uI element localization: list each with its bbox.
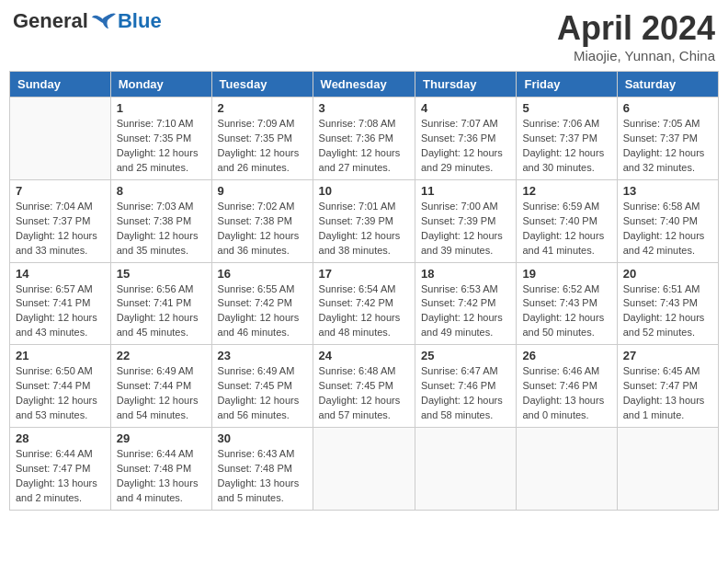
calendar-cell: 14Sunrise: 6:57 AMSunset: 7:41 PMDayligh… (10, 262, 111, 345)
day-number: 17 (319, 267, 409, 281)
logo-general-text: General (13, 9, 88, 33)
day-number: 26 (522, 349, 610, 362)
weekday-header-monday: Monday (110, 72, 211, 98)
day-number: 29 (117, 431, 206, 445)
day-number: 13 (623, 184, 712, 198)
day-number: 7 (16, 184, 105, 198)
day-info: Sunrise: 6:57 AMSunset: 7:41 PMDaylight:… (16, 282, 105, 341)
day-number: 1 (117, 101, 206, 115)
day-info: Sunrise: 6:43 AMSunset: 7:48 PMDaylight:… (218, 447, 307, 506)
subtitle: Miaojie, Yunnan, China (557, 48, 715, 63)
day-number: 10 (319, 184, 409, 198)
day-info: Sunrise: 6:52 AMSunset: 7:43 PMDaylight:… (522, 282, 610, 341)
calendar-cell: 16Sunrise: 6:55 AMSunset: 7:42 PMDayligh… (211, 262, 313, 345)
weekday-header-saturday: Saturday (617, 72, 718, 98)
weekday-header-thursday: Thursday (415, 72, 517, 98)
calendar-table: SundayMondayTuesdayWednesdayThursdayFrid… (9, 71, 719, 511)
day-info: Sunrise: 7:08 AMSunset: 7:36 PMDaylight:… (319, 117, 409, 176)
day-number: 2 (218, 101, 307, 115)
calendar-cell (617, 428, 718, 511)
day-info: Sunrise: 7:04 AMSunset: 7:37 PMDaylight:… (16, 200, 105, 259)
day-number: 20 (623, 267, 712, 281)
calendar-cell: 15Sunrise: 6:56 AMSunset: 7:41 PMDayligh… (110, 262, 211, 345)
calendar-cell: 25Sunrise: 6:47 AMSunset: 7:46 PMDayligh… (415, 345, 517, 428)
day-number: 23 (218, 349, 307, 362)
calendar-cell: 13Sunrise: 6:58 AMSunset: 7:40 PMDayligh… (617, 179, 718, 262)
day-number: 8 (117, 184, 206, 198)
day-number: 6 (623, 101, 712, 115)
day-number: 25 (421, 349, 510, 362)
day-number: 3 (319, 101, 409, 115)
calendar-cell: 8Sunrise: 7:03 AMSunset: 7:38 PMDaylight… (110, 179, 211, 262)
logo-blue-text: Blue (118, 9, 162, 33)
calendar-cell: 29Sunrise: 6:44 AMSunset: 7:48 PMDayligh… (110, 428, 211, 511)
calendar-cell: 7Sunrise: 7:04 AMSunset: 7:37 PMDaylight… (10, 179, 111, 262)
calendar-cell: 24Sunrise: 6:48 AMSunset: 7:45 PMDayligh… (313, 345, 415, 428)
day-number: 28 (16, 431, 105, 445)
calendar-cell: 4Sunrise: 7:07 AMSunset: 7:36 PMDaylight… (415, 98, 517, 180)
day-number: 15 (117, 267, 206, 281)
page-header: General Blue April 2024 Miaojie, Yunnan,… (9, 9, 719, 63)
day-info: Sunrise: 6:47 AMSunset: 7:46 PMDaylight:… (421, 364, 510, 423)
calendar-cell (415, 428, 517, 511)
calendar-week-row: 28Sunrise: 6:44 AMSunset: 7:47 PMDayligh… (10, 428, 719, 511)
day-info: Sunrise: 7:10 AMSunset: 7:35 PMDaylight:… (117, 117, 206, 176)
day-info: Sunrise: 7:03 AMSunset: 7:38 PMDaylight:… (117, 200, 206, 259)
day-number: 18 (421, 267, 510, 281)
calendar-week-row: 14Sunrise: 6:57 AMSunset: 7:41 PMDayligh… (10, 262, 719, 345)
calendar-cell: 17Sunrise: 6:54 AMSunset: 7:42 PMDayligh… (313, 262, 415, 345)
day-info: Sunrise: 7:01 AMSunset: 7:39 PMDaylight:… (319, 200, 409, 259)
calendar-week-row: 1Sunrise: 7:10 AMSunset: 7:35 PMDaylight… (10, 98, 719, 180)
calendar-cell: 9Sunrise: 7:02 AMSunset: 7:38 PMDaylight… (211, 179, 313, 262)
weekday-header-tuesday: Tuesday (211, 72, 313, 98)
calendar-cell: 10Sunrise: 7:01 AMSunset: 7:39 PMDayligh… (313, 179, 415, 262)
day-number: 21 (16, 349, 105, 362)
calendar-cell: 20Sunrise: 6:51 AMSunset: 7:43 PMDayligh… (617, 262, 718, 345)
day-number: 16 (218, 267, 307, 281)
day-info: Sunrise: 6:44 AMSunset: 7:48 PMDaylight:… (117, 447, 206, 506)
day-number: 27 (623, 349, 712, 362)
calendar-cell: 28Sunrise: 6:44 AMSunset: 7:47 PMDayligh… (10, 428, 111, 511)
calendar-cell: 30Sunrise: 6:43 AMSunset: 7:48 PMDayligh… (211, 428, 313, 511)
calendar-cell: 21Sunrise: 6:50 AMSunset: 7:44 PMDayligh… (10, 345, 111, 428)
calendar-cell (10, 98, 111, 180)
calendar-cell: 11Sunrise: 7:00 AMSunset: 7:39 PMDayligh… (415, 179, 517, 262)
day-number: 9 (218, 184, 307, 198)
calendar-cell (517, 428, 617, 511)
calendar-week-row: 21Sunrise: 6:50 AMSunset: 7:44 PMDayligh… (10, 345, 719, 428)
title-block: April 2024 Miaojie, Yunnan, China (557, 9, 715, 63)
day-info: Sunrise: 6:58 AMSunset: 7:40 PMDaylight:… (623, 200, 712, 259)
logo-bird-icon (90, 10, 118, 32)
day-number: 19 (522, 267, 610, 281)
calendar-cell: 27Sunrise: 6:45 AMSunset: 7:47 PMDayligh… (617, 345, 718, 428)
day-number: 24 (319, 349, 409, 362)
calendar-cell: 12Sunrise: 6:59 AMSunset: 7:40 PMDayligh… (517, 179, 617, 262)
day-number: 12 (522, 184, 610, 198)
day-info: Sunrise: 7:07 AMSunset: 7:36 PMDaylight:… (421, 117, 510, 176)
calendar-cell (313, 428, 415, 511)
day-info: Sunrise: 6:59 AMSunset: 7:40 PMDaylight:… (522, 200, 610, 259)
day-info: Sunrise: 6:45 AMSunset: 7:47 PMDaylight:… (623, 364, 712, 423)
calendar-cell: 19Sunrise: 6:52 AMSunset: 7:43 PMDayligh… (517, 262, 617, 345)
logo: General Blue (13, 9, 162, 33)
calendar-cell: 18Sunrise: 6:53 AMSunset: 7:42 PMDayligh… (415, 262, 517, 345)
day-number: 22 (117, 349, 206, 362)
day-info: Sunrise: 6:54 AMSunset: 7:42 PMDaylight:… (319, 282, 409, 341)
day-info: Sunrise: 6:48 AMSunset: 7:45 PMDaylight:… (319, 364, 409, 423)
weekday-header-row: SundayMondayTuesdayWednesdayThursdayFrid… (10, 72, 719, 98)
day-info: Sunrise: 6:44 AMSunset: 7:47 PMDaylight:… (16, 447, 105, 506)
day-info: Sunrise: 7:00 AMSunset: 7:39 PMDaylight:… (421, 200, 510, 259)
weekday-header-wednesday: Wednesday (313, 72, 415, 98)
calendar-cell: 3Sunrise: 7:08 AMSunset: 7:36 PMDaylight… (313, 98, 415, 180)
calendar-cell: 22Sunrise: 6:49 AMSunset: 7:44 PMDayligh… (110, 345, 211, 428)
day-info: Sunrise: 6:53 AMSunset: 7:42 PMDaylight:… (421, 282, 510, 341)
calendar-cell: 1Sunrise: 7:10 AMSunset: 7:35 PMDaylight… (110, 98, 211, 180)
day-info: Sunrise: 6:46 AMSunset: 7:46 PMDaylight:… (522, 364, 610, 423)
weekday-header-sunday: Sunday (10, 72, 111, 98)
day-info: Sunrise: 7:02 AMSunset: 7:38 PMDaylight:… (218, 200, 307, 259)
day-number: 30 (218, 431, 307, 445)
day-number: 5 (522, 101, 610, 115)
day-info: Sunrise: 7:06 AMSunset: 7:37 PMDaylight:… (522, 117, 610, 176)
calendar-cell: 2Sunrise: 7:09 AMSunset: 7:35 PMDaylight… (211, 98, 313, 180)
day-info: Sunrise: 7:05 AMSunset: 7:37 PMDaylight:… (623, 117, 712, 176)
